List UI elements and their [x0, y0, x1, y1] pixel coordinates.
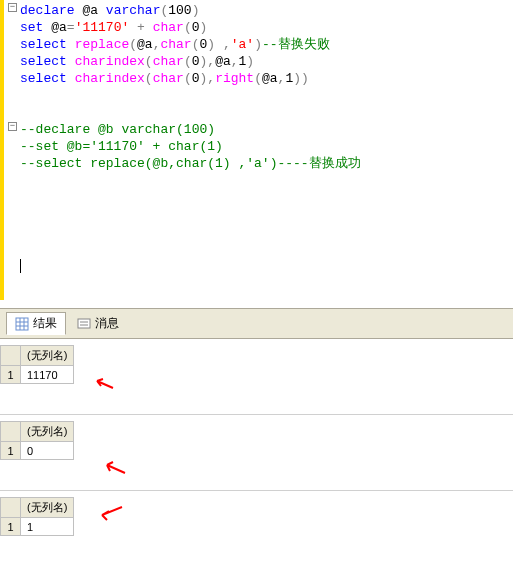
column-header[interactable]: (无列名)	[21, 498, 74, 518]
code-line: --set @b='11170' + char(1)	[20, 138, 513, 155]
row-number[interactable]: 1	[1, 442, 21, 460]
fold-icon[interactable]	[8, 3, 17, 12]
grid-corner	[1, 346, 21, 366]
cell-value[interactable]: 11170	[21, 366, 74, 384]
column-header[interactable]: (无列名)	[21, 346, 74, 366]
cell-value[interactable]: 0	[21, 442, 74, 460]
grid-corner	[1, 498, 21, 518]
message-icon	[77, 317, 91, 331]
tab-results[interactable]: 结果	[6, 312, 66, 335]
result-grid-1: (无列名) 111170	[0, 345, 513, 384]
results-tabs: 结果 消息	[0, 308, 513, 339]
code-line: --declare @b varchar(100)	[20, 121, 513, 138]
code-line: select charindex(char(0),@a,1)	[20, 53, 513, 70]
grid-corner	[1, 422, 21, 442]
grid-icon	[15, 317, 29, 331]
code-line: set @a='11170' + char(0)	[20, 19, 513, 36]
row-number[interactable]: 1	[1, 518, 21, 536]
result-table[interactable]: (无列名) 11	[0, 497, 74, 536]
separator	[0, 414, 513, 415]
text-cursor	[20, 259, 21, 273]
row-number[interactable]: 1	[1, 366, 21, 384]
svg-rect-5	[78, 319, 90, 328]
result-grid-3: (无列名) 11	[0, 497, 513, 536]
result-table[interactable]: (无列名) 10	[0, 421, 74, 460]
result-grid-2: (无列名) 10	[0, 421, 513, 460]
sql-editor[interactable]: declare @a varchar(100) set @a='11170' +…	[0, 0, 513, 300]
fold-icon[interactable]	[8, 122, 17, 131]
code-line: --select replace(@b,char(1) ,'a')----替换成…	[20, 155, 513, 172]
svg-rect-0	[16, 318, 28, 330]
annotation-arrow-icon	[105, 457, 135, 477]
code-line: select replace(@a,char(0) ,'a')--替换失败	[20, 36, 513, 53]
tab-label: 消息	[95, 315, 119, 332]
code-line: select charindex(char(0),right(@a,1))	[20, 70, 513, 87]
code-line: declare @a varchar(100)	[20, 2, 513, 19]
result-table[interactable]: (无列名) 111170	[0, 345, 74, 384]
tab-messages[interactable]: 消息	[68, 312, 128, 335]
annotation-arrow-icon	[95, 373, 125, 393]
tab-label: 结果	[33, 315, 57, 332]
cell-value[interactable]: 1	[21, 518, 74, 536]
separator	[0, 490, 513, 491]
annotation-arrow-icon	[100, 503, 130, 523]
column-header[interactable]: (无列名)	[21, 422, 74, 442]
